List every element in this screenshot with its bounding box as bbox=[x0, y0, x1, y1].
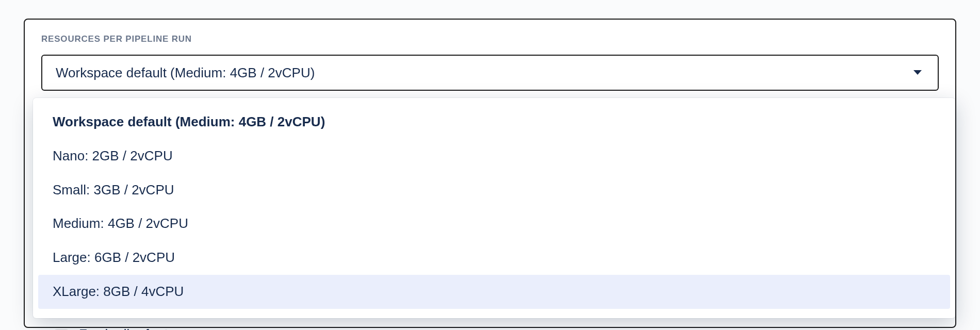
resources-option[interactable]: Small: 3GB / 2vCPU bbox=[38, 173, 950, 207]
section-label: RESOURCES PER PIPELINE RUN bbox=[41, 34, 939, 44]
resources-option[interactable]: Workspace default (Medium: 4GB / 2vCPU) bbox=[38, 105, 950, 139]
fetch-all-refs-row: Fetch all refs i bbox=[79, 326, 171, 330]
resources-option[interactable]: Nano: 2GB / 2vCPU bbox=[38, 139, 950, 173]
resources-dropdown: Workspace default (Medium: 4GB / 2vCPU)N… bbox=[33, 98, 955, 318]
resources-option[interactable]: Medium: 4GB / 2vCPU bbox=[38, 207, 950, 241]
caret-down-icon bbox=[913, 70, 922, 76]
resources-select[interactable]: Workspace default (Medium: 4GB / 2vCPU) bbox=[41, 55, 939, 91]
resources-option[interactable]: Large: 6GB / 2vCPU bbox=[38, 241, 950, 275]
fetch-all-refs-label: Fetch all refs bbox=[79, 326, 156, 330]
select-value: Workspace default (Medium: 4GB / 2vCPU) bbox=[56, 65, 315, 81]
resources-option[interactable]: XLarge: 8GB / 4vCPU bbox=[38, 275, 950, 309]
